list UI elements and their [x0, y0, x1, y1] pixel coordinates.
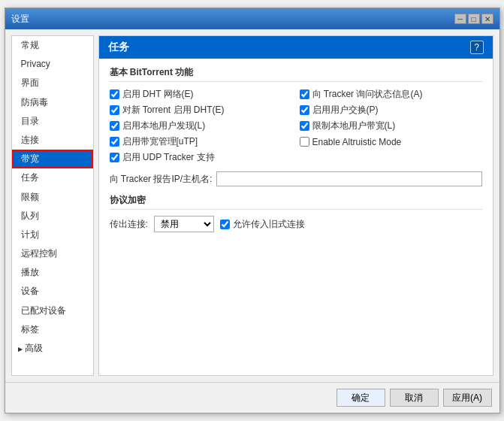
sidebar-item-device[interactable]: 设备 — [12, 282, 93, 301]
sidebar-item-tags[interactable]: 标签 — [12, 320, 93, 339]
checkbox-row-bandwidth_mgr: 启用带宽管理[uTP] — [110, 135, 292, 148]
label-bandwidth_mgr: 启用带宽管理[uTP] — [122, 135, 198, 148]
sidebar-item-playback[interactable]: 播放 — [12, 263, 93, 282]
sidebar-item-general[interactable]: 常规 — [12, 36, 93, 55]
tracker-ip-label: 向 Tracker 报告IP/主机名: — [110, 173, 213, 186]
encryption-row: 传出连接: 禁用允许强制 允许传入旧式连接 — [110, 216, 482, 232]
encryption-select[interactable]: 禁用允许强制 — [154, 216, 214, 232]
sidebar-item-quota[interactable]: 限额 — [12, 188, 93, 207]
label-altruistic: Enable Altruistic Mode — [312, 137, 402, 147]
checkbox-dht[interactable] — [110, 89, 119, 99]
checkbox-altruistic[interactable] — [300, 137, 309, 147]
checkbox-bandwidth_mgr[interactable] — [110, 137, 119, 147]
checkbox-local_peer[interactable] — [110, 121, 119, 131]
title-bar: 设置 ─ □ ✕ — [5, 8, 499, 29]
label-limit_local: 限制本地用户带宽(L) — [312, 120, 396, 132]
minimize-button[interactable]: ─ — [454, 14, 466, 24]
legacy-checkbox[interactable] — [220, 220, 230, 229]
sidebar-item-ui[interactable]: 界面 — [12, 74, 93, 92]
settings-window: 设置 ─ □ ✕ 常规Privacy界面防病毒目录连接带宽任务限额队列计划远程控… — [5, 8, 500, 413]
legacy-checkbox-row: 允许传入旧式连接 — [220, 218, 305, 231]
maximize-button[interactable]: □ — [468, 14, 480, 24]
label-tracker_query: 向 Tracker 询问状态信息(A) — [312, 88, 423, 101]
sidebar-item-privacy[interactable]: Privacy — [12, 55, 93, 74]
checkbox-tracker_query[interactable] — [300, 89, 309, 99]
section-encryption-title: 协议加密 — [110, 194, 482, 210]
label-user_exchange: 启用用户交换(P) — [312, 104, 379, 117]
bittorrent-options: 启用 DHT 网络(E)向 Tracker 询问状态信息(A)对新 Torren… — [110, 88, 482, 164]
checkbox-limit_local[interactable] — [300, 121, 309, 131]
checkbox-user_exchange[interactable] — [300, 105, 309, 115]
sidebar-item-remote[interactable]: 远程控制 — [12, 244, 93, 263]
checkbox-row-dht: 启用 DHT 网络(E) — [110, 88, 292, 101]
sidebar-item-bandwidth[interactable]: 带宽 — [12, 150, 93, 168]
sidebar-item-advanced[interactable]: ▶高级 — [12, 339, 93, 358]
encryption-label: 传出连接: — [110, 218, 148, 231]
checkbox-row-tracker_query: 向 Tracker 询问状态信息(A) — [300, 88, 482, 101]
ok-button[interactable]: 确定 — [337, 389, 385, 407]
panel-header: 任务 ? — [99, 36, 493, 59]
title-controls: ─ □ ✕ — [454, 14, 493, 24]
checkbox-row-user_exchange: 启用用户交换(P) — [300, 104, 482, 117]
label-local_peer: 启用本地用户发现(L) — [122, 120, 206, 132]
sidebar-item-antivirus[interactable]: 防病毒 — [12, 93, 93, 112]
checkbox-row-udp_tracker: 启用 UDP Tracker 支持 — [110, 151, 482, 164]
sidebar-item-queue[interactable]: 队列 — [12, 207, 93, 226]
label-dht: 启用 DHT 网络(E) — [122, 88, 194, 101]
close-button[interactable]: ✕ — [481, 14, 493, 24]
sidebar-item-connection[interactable]: 连接 — [12, 131, 93, 150]
sidebar-item-schedule[interactable]: 计划 — [12, 226, 93, 244]
checkbox-udp_tracker[interactable] — [110, 153, 119, 162]
help-button[interactable]: ? — [470, 41, 484, 54]
main-panel: 任务 ? 基本 BitTorrent 功能 启用 DHT 网络(E)向 Trac… — [98, 35, 493, 376]
legacy-label: 允许传入旧式连接 — [233, 218, 305, 231]
checkbox-row-local_peer: 启用本地用户发现(L) — [110, 120, 292, 132]
section-bittorrent-title: 基本 BitTorrent 功能 — [110, 66, 482, 82]
window-title: 设置 — [11, 13, 29, 26]
cancel-button[interactable]: 取消 — [390, 389, 439, 407]
sidebar-item-directory[interactable]: 目录 — [12, 112, 93, 131]
tracker-ip-input[interactable] — [216, 171, 481, 186]
footer: 确定 取消 应用(A) — [5, 382, 499, 413]
sidebar: 常规Privacy界面防病毒目录连接带宽任务限额队列计划远程控制播放设备已配对设… — [11, 35, 94, 376]
panel-content: 基本 BitTorrent 功能 启用 DHT 网络(E)向 Tracker 询… — [99, 59, 493, 375]
checkbox-row-new_torrent_dht: 对新 Torrent 启用 DHT(E) — [110, 104, 292, 117]
checkbox-new_torrent_dht[interactable] — [110, 105, 119, 115]
panel-title: 任务 — [108, 41, 129, 54]
sidebar-item-paired[interactable]: 已配对设备 — [12, 301, 93, 320]
sidebar-item-task[interactable]: 任务 — [12, 168, 93, 187]
checkbox-row-limit_local: 限制本地用户带宽(L) — [300, 120, 482, 132]
checkbox-row-altruistic: Enable Altruistic Mode — [300, 135, 482, 148]
label-new_torrent_dht: 对新 Torrent 启用 DHT(E) — [122, 104, 225, 117]
label-udp_tracker: 启用 UDP Tracker 支持 — [122, 151, 215, 164]
apply-button[interactable]: 应用(A) — [443, 389, 492, 407]
tracker-ip-row: 向 Tracker 报告IP/主机名: — [110, 171, 482, 186]
content-area: 常规Privacy界面防病毒目录连接带宽任务限额队列计划远程控制播放设备已配对设… — [5, 29, 499, 382]
